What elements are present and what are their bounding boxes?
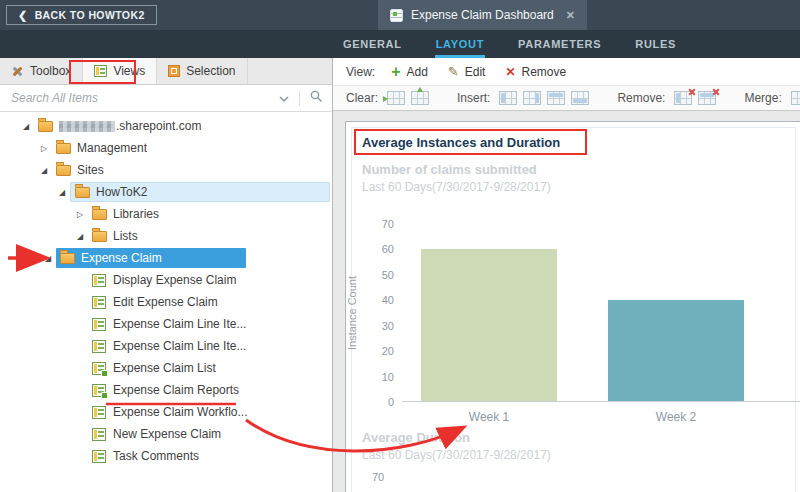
tree-item-expense-claim-line-item-1[interactable]: Expense Claim Line Ite... [0, 313, 332, 335]
expanded-icon[interactable]: ◢ [54, 188, 70, 197]
tab-views[interactable]: Views [83, 58, 157, 84]
tree-item-edit-expense-claim[interactable]: Edit Expense Claim [0, 291, 332, 313]
search-icon[interactable] [309, 89, 323, 107]
chevron-down-icon[interactable] [278, 89, 290, 107]
left-panel-tabs: Toolbox Views Selection [0, 58, 332, 85]
tab-general[interactable]: GENERAL [342, 31, 403, 58]
tree-item-label: HowToK2 [96, 185, 147, 199]
x-tick-week-2: Week 2 [596, 410, 756, 424]
insert-row-below-icon[interactable] [571, 91, 589, 105]
search-input[interactable] [9, 90, 269, 106]
views-icon [94, 65, 107, 77]
insert-column-right-icon[interactable] [523, 91, 541, 105]
edit-view-button[interactable]: ✎ Edit [448, 65, 486, 79]
expanded-icon[interactable]: ◢ [72, 232, 88, 241]
edit-label: Edit [465, 65, 486, 79]
tree-item-sites[interactable]: ◢ Sites [0, 159, 332, 181]
remove-label: Remove: [617, 91, 665, 105]
y-tick-40: 40 [382, 294, 394, 306]
folder-icon [56, 143, 71, 154]
document-tab-title: Expense Claim Dashboard [411, 8, 554, 22]
tree-item-label: Edit Expense Claim [113, 295, 218, 309]
back-button-label: BACK TO HOWTOK2 [35, 9, 145, 21]
view-new-icon [92, 362, 106, 375]
tree-item-label: New Expense Claim [113, 427, 221, 441]
tree-item-label: Libraries [113, 207, 159, 221]
y-tick-0: 0 [388, 396, 394, 408]
tab-rules[interactable]: RULES [634, 31, 677, 58]
form-icon [390, 9, 403, 22]
main-area: Toolbox Views Selection [0, 58, 800, 492]
tree-item-libraries[interactable]: ▷ Libraries [0, 203, 332, 225]
tree-item-label: .sharepoint.com [116, 119, 201, 133]
expanded-icon[interactable]: ◢ [36, 166, 52, 175]
tree-item-label: Expense Claim Workflo... [113, 405, 248, 419]
tab-layout[interactable]: LAYOUT [435, 31, 485, 58]
remove-column-icon[interactable] [674, 91, 692, 105]
tree-item-expense-claim-reports[interactable]: Expense Claim Reports [0, 379, 332, 401]
insert-column-left-icon[interactable] [499, 91, 517, 105]
tree-item-expense-claim[interactable]: ◢ Expense Claim [0, 247, 332, 269]
clear-formats-icon[interactable] [411, 91, 429, 105]
tree-item-task-comments[interactable]: Task Comments [0, 445, 332, 467]
collapsed-icon[interactable]: ▷ [72, 210, 88, 219]
tab-toolbox[interactable]: Toolbox [0, 58, 83, 84]
tree-item-label: Lists [113, 229, 138, 243]
remove-label: Remove [522, 65, 567, 79]
add-label: Add [406, 65, 427, 79]
view-icon [92, 318, 106, 331]
tree-item-expense-claim-list[interactable]: Expense Claim List [0, 357, 332, 379]
next-chart-title: Average Duration [362, 430, 470, 445]
tree-item-sharepoint-site[interactable]: ◢ .sharepoint.com [0, 115, 332, 137]
folder-icon [60, 253, 75, 264]
views-tree: ◢ .sharepoint.com ▷ Management ◢ Sites [0, 112, 332, 492]
clear-contents-icon[interactable] [387, 91, 405, 105]
close-icon[interactable]: ✕ [566, 9, 575, 22]
tab-views-label: Views [113, 64, 145, 78]
insert-row-above-icon[interactable] [547, 91, 565, 105]
back-chevron-icon: ❮ [18, 10, 28, 21]
dashboard-document-tab[interactable]: Expense Claim Dashboard ✕ [378, 0, 587, 30]
back-button[interactable]: ❮ BACK TO HOWTOK2 [6, 5, 157, 25]
search-bar [0, 85, 332, 112]
tree-item-label: Display Expense Claim [113, 273, 236, 287]
bar-week-2 [608, 300, 744, 401]
tree-item-lists[interactable]: ◢ Lists [0, 225, 332, 247]
y-tick-10: 10 [382, 371, 394, 383]
insert-group: Insert: [457, 91, 589, 105]
view-icon [92, 428, 106, 441]
tree-item-howtok2[interactable]: ◢ HowToK2 [0, 181, 332, 203]
view-icon [92, 274, 106, 287]
pencil-icon: ✎ [448, 65, 459, 78]
add-view-button[interactable]: + Add [391, 64, 428, 80]
app-header: ❮ BACK TO HOWTOK2 Expense Claim Dashboar… [0, 0, 800, 30]
view-icon [92, 406, 106, 419]
tab-selection[interactable]: Selection [157, 58, 247, 84]
dashboard-view-surface[interactable]: Average Instances and Duration Number of… [345, 121, 800, 492]
tree-item-expense-claim-line-item-2[interactable]: Expense Claim Line Ite... [0, 335, 332, 357]
selection-icon [168, 65, 180, 77]
tree-item-label: Task Comments [113, 449, 199, 463]
clear-label: Clear: [346, 91, 378, 105]
merge-cells-right-icon[interactable] [791, 91, 800, 105]
view-icon [92, 296, 106, 309]
folder-icon [38, 121, 53, 132]
redacted-text [59, 121, 115, 132]
y-axis-ticks: 010203040506070 [360, 224, 394, 402]
tree-item-expense-claim-workflow[interactable]: Expense Claim Workflo... [0, 401, 332, 423]
expanded-icon[interactable]: ◢ [40, 254, 56, 263]
tab-toolbox-label: Toolbox [30, 64, 71, 78]
remove-row-icon[interactable] [698, 91, 716, 105]
remove-view-button[interactable]: ✕ Remove [505, 65, 566, 79]
tab-selection-label: Selection [186, 64, 235, 78]
tree-item-new-expense-claim[interactable]: New Expense Claim [0, 423, 332, 445]
tab-parameters[interactable]: PARAMETERS [517, 31, 602, 58]
view-icon [92, 340, 106, 353]
y-tick-30: 30 [382, 320, 394, 332]
expanded-icon[interactable]: ◢ [18, 122, 34, 131]
tree-item-label: Expense Claim [81, 251, 162, 265]
chart-period: Last 60 Days(7/30/2017-9/28/2017) [362, 180, 551, 194]
collapsed-icon[interactable]: ▷ [36, 144, 52, 153]
tree-item-management[interactable]: ▷ Management [0, 137, 332, 159]
tree-item-display-expense-claim[interactable]: Display Expense Claim [0, 269, 332, 291]
